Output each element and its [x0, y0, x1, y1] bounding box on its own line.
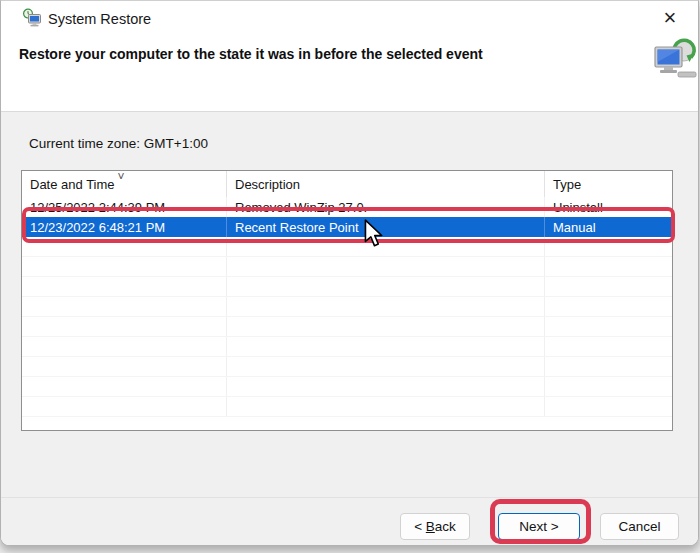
cell-description: Removed WinZip 27.0.	[227, 197, 545, 217]
restore-points-table: Date and Time ˅ Description Type 12/25/2…	[21, 170, 673, 431]
table-header-row: Date and Time ˅ Description Type	[22, 171, 672, 197]
next-button[interactable]: Next >	[498, 513, 580, 540]
table-row-empty	[22, 257, 672, 277]
sort-direction-icon: ˅	[118, 171, 125, 184]
table-row-empty	[22, 397, 672, 417]
table-row-empty	[22, 357, 672, 377]
column-header-label: Date and Time	[30, 177, 115, 192]
restore-point-row-selected[interactable]: 12/23/2022 6:48:21 PM Recent Restore Poi…	[22, 217, 672, 237]
table-row-empty	[22, 237, 672, 257]
cell-date: 12/25/2022 2:44:39 PM	[22, 197, 227, 217]
cell-type: Uninstall	[545, 197, 672, 217]
cell-date: 12/23/2022 6:48:21 PM	[22, 217, 227, 237]
title-bar: System Restore ×	[1, 1, 698, 39]
column-header-type[interactable]: Type	[545, 171, 672, 197]
dialog-footer: < Back Next > Cancel	[1, 497, 698, 546]
system-restore-dialog: System Restore × Restore your computer t…	[0, 0, 699, 546]
column-header-description[interactable]: Description	[227, 171, 545, 197]
table-row-empty	[22, 277, 672, 297]
table-row-empty	[22, 377, 672, 397]
system-restore-app-icon	[22, 8, 42, 28]
table-row-empty	[22, 317, 672, 337]
table-row-empty	[22, 337, 672, 357]
column-header-date-and-time[interactable]: Date and Time ˅	[22, 171, 227, 197]
back-button[interactable]: < Back	[400, 513, 470, 540]
table-row-empty	[22, 297, 672, 317]
cell-type: Manual	[545, 217, 672, 237]
restore-point-row[interactable]: 12/25/2022 2:44:39 PM Removed WinZip 27.…	[22, 197, 672, 217]
close-icon[interactable]: ×	[650, 1, 690, 35]
cancel-button[interactable]: Cancel	[600, 513, 679, 540]
system-restore-illustration-icon	[650, 38, 698, 80]
window-title: System Restore	[48, 11, 151, 27]
timezone-label: Current time zone: GMT+1:00	[29, 136, 208, 151]
dialog-heading: Restore your computer to the state it wa…	[19, 46, 483, 62]
dialog-body: Current time zone: GMT+1:00 Date and Tim…	[1, 111, 698, 497]
cell-description: Recent Restore Point	[227, 217, 545, 237]
